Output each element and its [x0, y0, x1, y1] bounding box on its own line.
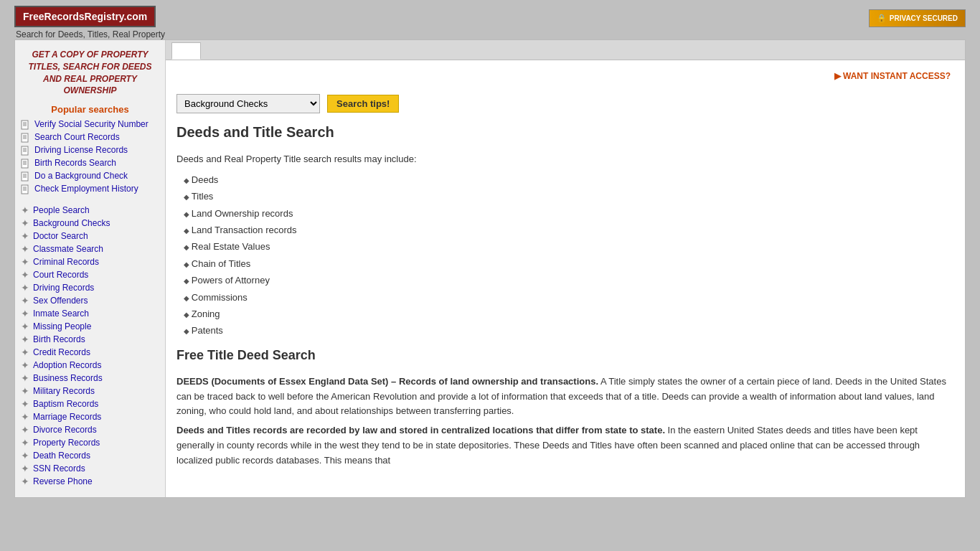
- nav-link-anchor[interactable]: Missing People: [33, 321, 91, 331]
- nav-link-item: ✦ Driving Records: [21, 282, 159, 293]
- popular-link-item: Verify Social Security Number: [21, 119, 159, 130]
- doc-icon: [21, 120, 31, 130]
- nav-link-anchor[interactable]: Reverse Phone: [33, 476, 93, 486]
- nav-link-anchor[interactable]: Classmate Search: [33, 244, 103, 254]
- popular-link-item: Driving License Records: [21, 145, 159, 156]
- nav-link-anchor[interactable]: Adoption Records: [33, 360, 101, 370]
- popular-link-anchor[interactable]: Driving License Records: [34, 145, 128, 155]
- popular-link-anchor[interactable]: Birth Records Search: [34, 158, 116, 168]
- popular-link-item: Do a Background Check: [21, 171, 159, 182]
- nav-link-item: ✦ Divorce Records: [21, 424, 159, 435]
- bullet-icon: ✦: [21, 385, 29, 397]
- section2-title: Free Title Deed Search: [176, 348, 951, 366]
- doc-icon: [21, 146, 31, 156]
- bullet-icon: ✦: [21, 256, 29, 268]
- nav-link-anchor[interactable]: Divorce Records: [33, 425, 97, 435]
- results-list: DeedsTitlesLand Ownership recordsLand Tr…: [184, 171, 951, 339]
- section2-bold2: Deeds and Titles records are recorded by…: [176, 425, 665, 435]
- nav-link-anchor[interactable]: Court Records: [33, 270, 88, 280]
- search-dropdown[interactable]: Background ChecksPeople SearchCriminal R…: [176, 94, 320, 113]
- arrow-icon: ▶: [834, 71, 843, 81]
- popular-link-item: Check Employment History: [21, 184, 159, 194]
- bullet-icon: ✦: [21, 230, 29, 242]
- bullet-icon: ✦: [21, 334, 29, 345]
- section2-bold: DEEDS (Documents of Essex England Data S…: [176, 376, 598, 387]
- nav-link-item: ✦ Baptism Records: [21, 398, 159, 410]
- nav-link-item: ✦ People Search: [21, 204, 159, 216]
- popular-link-anchor[interactable]: Check Employment History: [34, 184, 138, 194]
- popular-link-anchor[interactable]: Do a Background Check: [34, 171, 128, 181]
- svg-rect-4: [22, 133, 28, 142]
- nav-link-item: ✦ Adoption Records: [21, 359, 159, 371]
- nav-link-item: ✦ Marriage Records: [21, 411, 159, 423]
- search-tips-button[interactable]: Search tips!: [327, 95, 399, 113]
- bullet-icon: ✦: [21, 308, 29, 319]
- nav-link-anchor[interactable]: Inmate Search: [33, 309, 89, 319]
- result-item: Zoning: [184, 306, 951, 322]
- svg-rect-8: [22, 146, 28, 155]
- nav-link-item: ✦ Court Records: [21, 269, 159, 281]
- instant-access-bar: ▶ WANT INSTANT ACCESS?: [176, 67, 951, 87]
- section2-para2: Deeds and Titles records are recorded by…: [176, 423, 951, 468]
- bullet-icon: ✦: [21, 437, 29, 448]
- nav-links-section: ✦ People Search ✦ Background Checks ✦ Do…: [21, 204, 159, 487]
- nav-link-anchor[interactable]: Death Records: [33, 451, 90, 461]
- result-item: Patents: [184, 322, 951, 339]
- nav-link-item: ✦ Business Records: [21, 372, 159, 384]
- bullet-icon: ✦: [21, 347, 29, 358]
- svg-rect-12: [22, 159, 28, 168]
- lock-icon: 🔒: [877, 14, 887, 23]
- bullet-icon: ✦: [21, 295, 29, 306]
- nav-link-anchor[interactable]: Baptism Records: [33, 399, 98, 409]
- section2-para1: DEEDS (Documents of Essex England Data S…: [176, 375, 951, 419]
- active-tab: [171, 42, 201, 60]
- bullet-icon: ✦: [21, 217, 29, 229]
- nav-link-item: ✦ Birth Records: [21, 334, 159, 345]
- nav-link-item: ✦ SSN Records: [21, 463, 159, 474]
- doc-icon: [21, 133, 31, 143]
- svg-rect-16: [22, 172, 28, 181]
- nav-link-item: ✦ Reverse Phone: [21, 476, 159, 487]
- nav-link-anchor[interactable]: Sex Offenders: [33, 296, 88, 306]
- nav-link-anchor[interactable]: Background Checks: [33, 218, 110, 228]
- nav-link-anchor[interactable]: Business Records: [33, 373, 103, 383]
- nav-link-anchor[interactable]: SSN Records: [33, 463, 85, 474]
- doc-icon: [21, 171, 31, 182]
- nav-link-anchor[interactable]: Marriage Records: [33, 412, 101, 422]
- bullet-icon: ✦: [21, 398, 29, 410]
- bullet-icon: ✦: [21, 476, 29, 487]
- nav-link-anchor[interactable]: Credit Records: [33, 347, 90, 357]
- nav-link-anchor[interactable]: Driving Records: [33, 283, 94, 293]
- nav-link-anchor[interactable]: Property Records: [33, 438, 100, 448]
- doc-icon: [21, 184, 31, 194]
- bullet-icon: ✦: [21, 282, 29, 293]
- bullet-icon: ✦: [21, 411, 29, 423]
- result-item: Deeds: [184, 171, 951, 188]
- nav-link-item: ✦ Background Checks: [21, 217, 159, 229]
- nav-link-anchor[interactable]: People Search: [33, 205, 90, 215]
- bullet-icon: ✦: [21, 243, 29, 255]
- popular-link-anchor[interactable]: Verify Social Security Number: [34, 119, 149, 129]
- nav-link-item: ✦ Property Records: [21, 437, 159, 448]
- result-item: Powers of Attorney: [184, 272, 951, 288]
- result-item: Real Estate Values: [184, 238, 951, 255]
- popular-link-anchor[interactable]: Search Court Records: [34, 132, 120, 142]
- content-title: Deeds and Title Search: [176, 124, 951, 143]
- popular-links-list: Verify Social Security Number Search Cou…: [21, 119, 159, 194]
- nav-link-anchor[interactable]: Birth Records: [33, 334, 85, 344]
- nav-link-anchor[interactable]: Doctor Search: [33, 231, 88, 241]
- popular-link-item: Birth Records Search: [21, 158, 159, 169]
- bullet-icon: ✦: [21, 450, 29, 461]
- main-content-section: Deeds and Title Search Deeds and Real Pr…: [176, 124, 951, 468]
- site-logo[interactable]: FreeRecordsRegistry.com: [14, 6, 165, 29]
- nav-link-anchor[interactable]: Criminal Records: [33, 257, 99, 267]
- bullet-icon: ✦: [21, 463, 29, 474]
- nav-link-item: ✦ Credit Records: [21, 347, 159, 358]
- bullet-icon: ✦: [21, 269, 29, 281]
- bullet-icon: ✦: [21, 359, 29, 371]
- nav-link-anchor[interactable]: Military Records: [33, 386, 95, 396]
- instant-access-link[interactable]: WANT INSTANT ACCESS?: [843, 71, 951, 81]
- bullet-icon: ✦: [21, 321, 29, 332]
- site-tagline: Search for Deeds, Titles, Real Property: [16, 29, 165, 39]
- search-bar: Background ChecksPeople SearchCriminal R…: [176, 87, 951, 124]
